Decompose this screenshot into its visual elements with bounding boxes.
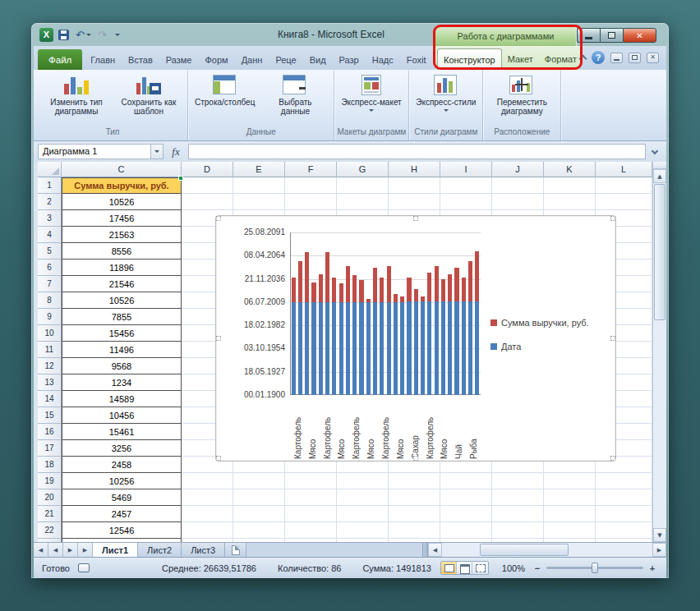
scroll-left-button[interactable]: ◀: [428, 543, 442, 557]
cell-D23[interactable]: [182, 539, 233, 542]
cell-C15[interactable]: 10456: [62, 407, 182, 424]
vertical-scrollbar[interactable]: ▲ ▼: [652, 162, 666, 542]
tab-Вид[interactable]: Вид: [303, 49, 333, 70]
cell-G20[interactable]: [337, 489, 389, 506]
chart[interactable]: Сумма выручки, руб.Дата 25.08.209108.04.…: [215, 215, 616, 462]
row-header-8[interactable]: 8: [38, 292, 62, 309]
cell-H22[interactable]: [389, 522, 440, 539]
tab-Конструктор[interactable]: Конструктор: [437, 48, 502, 70]
cell-G22[interactable]: [337, 522, 389, 539]
chart-selection-handle[interactable]: [216, 336, 221, 341]
tab-Надс[interactable]: Надс: [366, 49, 400, 70]
collapse-ribbon-icon[interactable]: [579, 55, 587, 63]
cell-F19[interactable]: [285, 473, 337, 489]
tab-Foxit[interactable]: Foxit: [400, 49, 433, 70]
chart-selection-handle[interactable]: [216, 456, 221, 461]
row-header-6[interactable]: 6: [38, 260, 62, 276]
button-Переместить диаграмму[interactable]: Переместить диаграмму: [486, 71, 558, 125]
cell-I22[interactable]: [440, 522, 492, 539]
button-Экспресс-стили[interactable]: Экспресс-стили: [412, 71, 480, 125]
page-break-view-button[interactable]: [472, 562, 488, 574]
horizontal-scrollbar-thumb[interactable]: [480, 544, 569, 556]
undo-dropdown-icon[interactable]: [86, 34, 91, 39]
formula-input[interactable]: [188, 144, 646, 159]
button-Изменить тип диаграммы[interactable]: Изменить тип диаграммы: [40, 71, 113, 125]
cell-C11[interactable]: 11496: [62, 342, 182, 358]
cell-D20[interactable]: [182, 489, 233, 506]
normal-view-button[interactable]: [441, 562, 457, 574]
previous-sheet-button[interactable]: ◀: [48, 543, 63, 557]
cell-G19[interactable]: [337, 473, 389, 489]
row-header-20[interactable]: 20: [38, 489, 62, 506]
name-box[interactable]: Диаграмма 1: [38, 144, 151, 159]
cell-C23[interactable]: [62, 539, 182, 542]
scroll-up-button[interactable]: ▲: [653, 169, 666, 183]
chart-selection-handle[interactable]: [610, 216, 615, 221]
workbook-restore-button[interactable]: [629, 53, 641, 63]
cell-G21[interactable]: [337, 506, 389, 522]
column-header-D[interactable]: D: [182, 162, 233, 177]
cell-J23[interactable]: [492, 539, 544, 542]
cell-C10[interactable]: 15456: [62, 325, 182, 342]
cell-E19[interactable]: [233, 473, 285, 489]
workbook-minimize-button[interactable]: [610, 53, 623, 63]
save-button[interactable]: [57, 28, 71, 42]
last-sheet-button[interactable]: ▶: [78, 543, 93, 557]
cell-J19[interactable]: [492, 473, 544, 489]
zoom-level[interactable]: 100%: [502, 563, 525, 573]
select-all-corner[interactable]: [38, 162, 62, 177]
button-Сохранить как шаблон[interactable]: Сохранить как шаблон: [113, 71, 185, 125]
name-box-dropdown[interactable]: [151, 144, 163, 159]
cell-L23[interactable]: [596, 539, 652, 542]
excel-logo-icon[interactable]: X: [39, 28, 53, 42]
tab-Главн[interactable]: Главн: [84, 49, 122, 70]
cell-E23[interactable]: [233, 539, 285, 542]
column-header-E[interactable]: E: [233, 162, 285, 177]
minimize-button[interactable]: [577, 28, 600, 43]
row-header-7[interactable]: 7: [38, 276, 62, 292]
tab-splitter-handle[interactable]: [422, 543, 428, 557]
chart-selection-handle[interactable]: [413, 216, 418, 221]
cell-C13[interactable]: 1234: [62, 374, 182, 391]
column-header-G[interactable]: G: [337, 162, 389, 177]
cell-K1[interactable]: [544, 177, 596, 194]
cell-J20[interactable]: [492, 489, 544, 506]
cell-C1[interactable]: Сумма выручки, руб.: [62, 177, 182, 194]
horizontal-scrollbar[interactable]: ◀ ▶: [428, 543, 666, 557]
tab-Формат[interactable]: Формат: [539, 48, 583, 70]
cell-E20[interactable]: [233, 489, 285, 506]
sheet-tab-Лист3[interactable]: Лист3: [182, 543, 225, 557]
column-header-C[interactable]: C: [62, 162, 182, 177]
cell-D1[interactable]: [182, 177, 233, 194]
cell-F2[interactable]: [285, 194, 337, 210]
cell-F1[interactable]: [285, 177, 337, 194]
cell-K21[interactable]: [544, 506, 596, 522]
workbook-close-button[interactable]: ✕: [647, 53, 659, 63]
cell-H19[interactable]: [389, 473, 440, 489]
cell-C2[interactable]: 10526: [62, 194, 182, 210]
insert-function-button[interactable]: fx: [163, 145, 188, 158]
cell-I2[interactable]: [440, 194, 492, 210]
cell-H21[interactable]: [389, 506, 440, 522]
cell-C14[interactable]: 14589: [62, 391, 182, 407]
scroll-right-button[interactable]: ▶: [652, 543, 666, 557]
cell-I1[interactable]: [440, 177, 492, 194]
row-header-12[interactable]: 12: [38, 358, 62, 374]
undo-button[interactable]: ↶: [74, 28, 93, 42]
cell-H1[interactable]: [389, 177, 440, 194]
button-Строка/столбец[interactable]: Строка/столбец: [191, 71, 259, 125]
vertical-split-handle[interactable]: [653, 162, 666, 169]
row-header-3[interactable]: 3: [38, 210, 62, 227]
cell-G1[interactable]: [337, 177, 389, 194]
cell-L1[interactable]: [596, 177, 652, 194]
column-header-I[interactable]: I: [440, 162, 492, 177]
cell-C21[interactable]: 2457: [62, 506, 182, 522]
selection-fill-handle[interactable]: [178, 176, 183, 181]
cell-F20[interactable]: [285, 489, 337, 506]
first-sheet-button[interactable]: ◀: [34, 543, 48, 557]
cell-I23[interactable]: [440, 539, 492, 542]
cell-C17[interactable]: 3256: [62, 440, 182, 457]
row-header-10[interactable]: 10: [38, 325, 62, 342]
cell-E21[interactable]: [233, 506, 285, 522]
row-header-17[interactable]: 17: [38, 440, 62, 457]
